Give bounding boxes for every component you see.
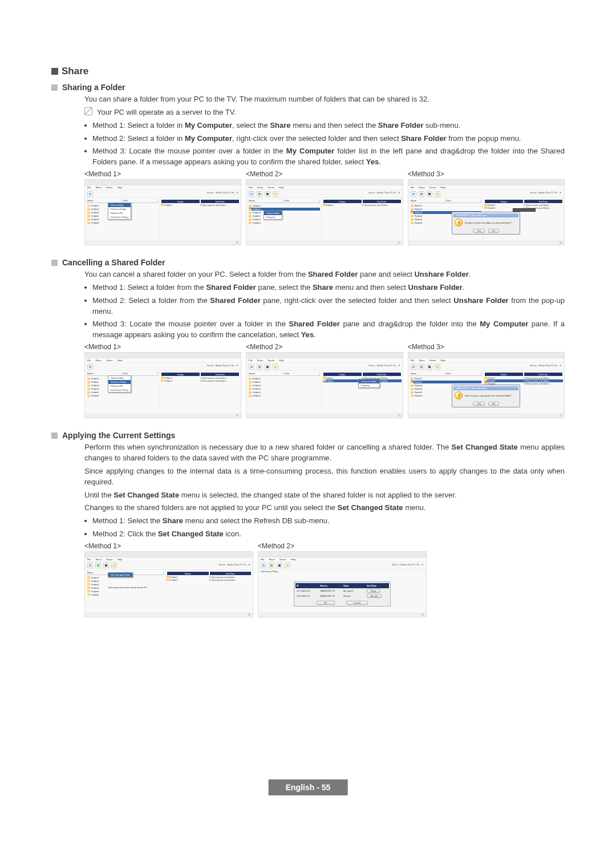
subsection-title-applying: Applying the Current Settings (62, 431, 175, 440)
method2-thumbnail: FileShareServerHelp Server : Media Play … (246, 179, 403, 245)
bullet-icon (84, 323, 87, 325)
note-icon (84, 107, 92, 115)
bullet-icon (84, 520, 87, 522)
cancelling-intro: You can cancel a shared folder on your P… (51, 269, 565, 280)
cancel-method2-label: <Method 2> (246, 343, 403, 351)
applying-method1: Method 1: Select the Share menu and sele… (92, 516, 330, 527)
apply-method2-label: <Method 2> (258, 542, 427, 550)
cancelling-method2: Method 2: Select a folder from the Share… (92, 296, 565, 317)
method3-thumbnail: FileShareServerHelp Server : Media Play … (408, 179, 565, 245)
bullet-icon (84, 150, 87, 152)
bullet-icon (84, 286, 87, 289)
method1-thumbnail: FileShareServerHelp Server : Media Play … (84, 179, 241, 245)
subsection-bullet-icon (51, 260, 58, 266)
applying-para1: Perform this when synchronization is nec… (51, 442, 565, 464)
cancel-method3-label: <Method 3> (408, 343, 565, 351)
page-footer: English - 55 (269, 779, 348, 795)
bullet-icon (84, 300, 87, 302)
subsection-bullet-icon (51, 84, 58, 91)
subsection-title-cancelling: Cancelling a Shared Folder (62, 258, 165, 267)
method1-label: <Method 1> (84, 170, 241, 178)
bullet-icon (84, 124, 87, 127)
cancel-method1-label: <Method 1> (84, 343, 241, 351)
apply-method1-thumbnail: FileShareServerHelp Server : Media Play … (84, 551, 253, 617)
cancel-method1-thumbnail: FileShareServerHelp Server : Media Play … (84, 352, 241, 418)
method3-label: <Method 3> (408, 170, 565, 178)
cancel-method2-thumbnail: FileShareServerHelp Server : Media Play … (246, 352, 403, 418)
method2-label: <Method 2> (246, 170, 403, 178)
apply-method1-label: <Method 1> (84, 542, 253, 550)
subsection-title-sharing: Sharing a Folder (62, 83, 125, 92)
sharing-note: Your PC will operate as a server to the … (97, 107, 236, 118)
bullet-icon (84, 533, 87, 535)
sharing-intro: You can share a folder from your PC to t… (51, 94, 565, 105)
cancelling-method3: Method 3: Locate the mouse pointer over … (92, 319, 565, 341)
applying-para4: Changes to the shared folders are not ap… (51, 503, 565, 514)
applying-method2: Method 2: Click the Set Changed State ic… (92, 529, 241, 540)
applying-para3: Until the Set Changed State menu is sele… (51, 490, 565, 501)
bullet-icon (84, 138, 87, 140)
cancel-method3-thumbnail: FileShareServerHelp Server : Media Play … (408, 352, 565, 418)
sharing-method2: Method 2: Select a folder in My Computer… (92, 134, 521, 144)
apply-method2-thumbnail: FileShareServerHelp Server : Media Play … (258, 551, 427, 617)
sharing-method3: Method 3: Locate the mouse pointer over … (92, 146, 565, 168)
cancelling-method1: Method 1: Select a folder from the Share… (92, 282, 465, 293)
section-bullet-icon (51, 68, 58, 75)
applying-para2: Since applying changes to the internal d… (51, 466, 565, 488)
subsection-bullet-icon (51, 432, 58, 439)
sharing-method1: Method 1: Select a folder in My Computer… (92, 120, 460, 131)
section-title: Share (62, 66, 88, 77)
